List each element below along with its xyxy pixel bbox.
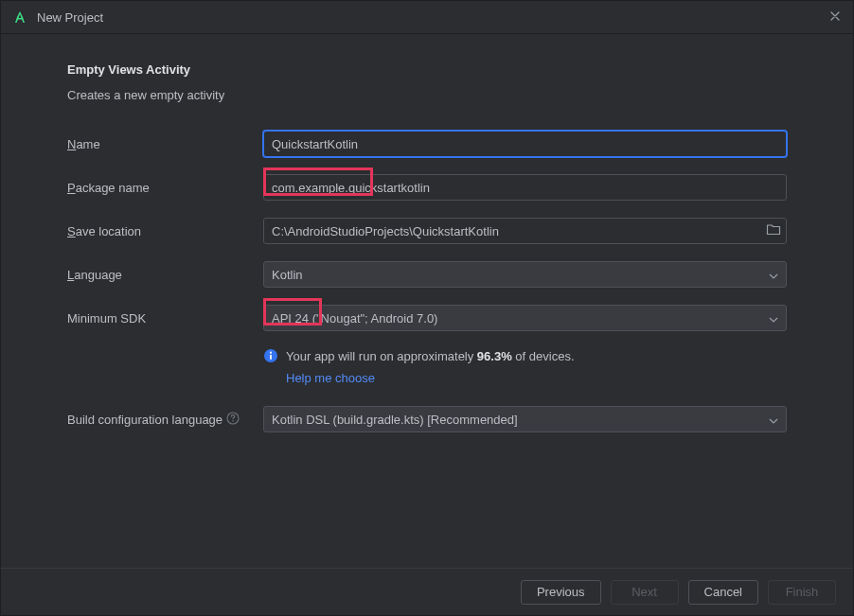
build-config-select[interactable]: Kotlin DSL (build.gradle.kts) [Recommend… (263, 406, 787, 432)
compatibility-text: Your app will run on approximately 96.3%… (286, 348, 575, 365)
svg-point-4 (232, 420, 234, 422)
page-subheading: Creates a new empty activity (67, 88, 787, 102)
help-icon[interactable] (226, 412, 240, 428)
save-location-label: Save location (67, 224, 263, 238)
next-button[interactable]: Next (611, 580, 679, 605)
svg-point-1 (270, 352, 272, 354)
chevron-down-icon (769, 268, 778, 282)
name-input[interactable] (263, 131, 787, 157)
build-config-row: Build configuration language Kotlin DSL … (67, 406, 787, 432)
titlebar: New Project (1, 1, 853, 34)
page-heading: Empty Views Activity (67, 62, 787, 77)
dialog-footer: Previous Next Cancel Finish (1, 568, 853, 615)
min-sdk-select[interactable]: API 24 ("Nougat"; Android 7.0) (263, 305, 787, 331)
svg-rect-2 (270, 355, 272, 360)
package-input[interactable] (263, 174, 787, 201)
build-config-select-value: Kotlin DSL (build.gradle.kts) [Recommend… (272, 413, 518, 427)
name-label: Name (67, 137, 263, 151)
window-title: New Project (37, 10, 828, 25)
package-row: Package name (67, 174, 787, 201)
language-select-value: Kotlin (272, 268, 303, 282)
android-studio-icon (12, 9, 27, 25)
finish-button[interactable]: Finish (768, 580, 836, 605)
name-row: Name (67, 131, 787, 157)
compatibility-info: Your app will run on approximately 96.3%… (263, 348, 787, 365)
min-sdk-label: Minimum SDK (67, 311, 263, 326)
language-row: Language Kotlin (67, 261, 787, 288)
chevron-down-icon (769, 413, 778, 427)
browse-folder-icon[interactable] (766, 223, 781, 239)
min-sdk-select-value: API 24 ("Nougat"; Android 7.0) (272, 311, 437, 326)
cancel-button[interactable]: Cancel (688, 580, 758, 605)
help-me-choose-link[interactable]: Help me choose (286, 371, 375, 385)
language-select[interactable]: Kotlin (263, 261, 787, 288)
info-icon (263, 348, 278, 363)
close-icon[interactable] (828, 9, 842, 26)
chevron-down-icon (769, 311, 778, 326)
previous-button[interactable]: Previous (521, 580, 601, 605)
save-location-row: Save location (67, 218, 787, 244)
build-config-label: Build configuration language (67, 412, 263, 428)
save-location-input[interactable] (263, 218, 787, 244)
min-sdk-row: Minimum SDK API 24 ("Nougat"; Android 7.… (67, 305, 787, 331)
language-label: Language (67, 268, 263, 282)
package-label: Package name (67, 181, 263, 195)
